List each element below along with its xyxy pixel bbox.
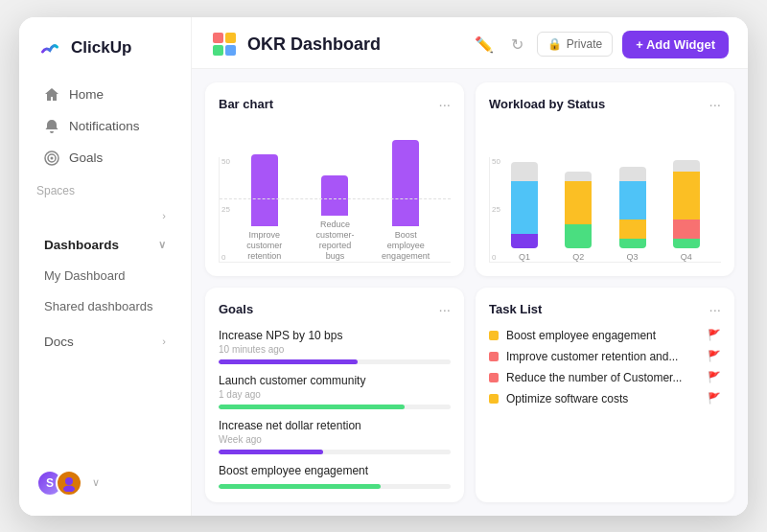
refresh-button[interactable]: ↻ bbox=[507, 32, 527, 58]
goals-widget: Goals ··· Increase NPS by 10 bps 10 minu… bbox=[205, 288, 464, 502]
workload-header: Workload by Status ··· bbox=[489, 96, 721, 112]
seg-q2-0 bbox=[565, 172, 592, 181]
avatar-user bbox=[56, 470, 82, 497]
y-axis-labels: 50 25 0 bbox=[221, 157, 230, 262]
task-dot-2 bbox=[489, 373, 499, 382]
bar-group-0: Improve customer retention bbox=[238, 154, 291, 261]
task-flag-0: 🚩 bbox=[708, 329, 721, 341]
docs-chevron: › bbox=[162, 335, 166, 347]
sidebar-item-docs[interactable]: Docs › bbox=[27, 327, 183, 357]
avatar-chevron: ∨ bbox=[92, 476, 100, 489]
task-item-1: Improve customer retention and... 🚩 bbox=[489, 350, 721, 363]
edit-button[interactable]: ✏️ bbox=[471, 32, 498, 58]
add-widget-button[interactable]: + Add Widget bbox=[622, 31, 729, 58]
task-list-title: Task List bbox=[489, 302, 542, 316]
seg-q4-3 bbox=[673, 239, 700, 248]
sidebar-item-spaces[interactable]: › bbox=[27, 202, 183, 229]
task-flag-3: 🚩 bbox=[708, 392, 721, 405]
goals-header: Goals ··· bbox=[219, 301, 451, 317]
bar-label-1: Reduce customer-reported bugs bbox=[309, 220, 361, 261]
sidebar-item-notifications[interactable]: Notifications bbox=[27, 111, 183, 142]
app-name: ClickUp bbox=[71, 38, 131, 58]
task-list-header: Task List ··· bbox=[489, 301, 721, 317]
seg-q1-0 bbox=[511, 162, 538, 181]
goals-menu[interactable]: ··· bbox=[438, 301, 451, 317]
task-list-menu[interactable]: ··· bbox=[709, 301, 721, 317]
bar-chart-widget: Bar chart ··· 50 25 0 Improve customer bbox=[205, 82, 464, 276]
stacked-q1: Q1 bbox=[511, 162, 538, 262]
stacked-label-q2: Q2 bbox=[572, 252, 584, 262]
bar-group-2: Boost employee engagement bbox=[380, 140, 432, 261]
bar-label-2: Boost employee engagement bbox=[380, 230, 432, 261]
task-dot-3 bbox=[489, 394, 499, 404]
dashboards-chevron: ∨ bbox=[158, 239, 166, 251]
seg-q3-1 bbox=[619, 181, 646, 220]
sidebar-item-shared-dashboards[interactable]: Shared dashboards bbox=[27, 291, 183, 321]
bar-chart-inner: 50 25 0 Improve customer retention Reduc… bbox=[219, 157, 451, 263]
task-name-0: Boost employee engagement bbox=[506, 329, 656, 342]
private-button[interactable]: 🔒 Private bbox=[537, 32, 613, 57]
goal-bar-track-1 bbox=[219, 405, 451, 409]
workload-chart-area: 50 25 0 Q1 bbox=[489, 120, 721, 263]
bar-chart-area: 50 25 0 Improve customer retention Reduc… bbox=[219, 120, 451, 263]
seg-q2-2 bbox=[565, 224, 592, 248]
topbar: OKR Dashboard ✏️ ↻ 🔒 Private + Add Widge… bbox=[192, 17, 748, 69]
stacked-q3: Q3 bbox=[619, 167, 646, 262]
workload-y-labels: 50 25 0 bbox=[492, 157, 500, 262]
lock-icon: 🔒 bbox=[547, 37, 562, 51]
main-area: OKR Dashboard ✏️ ↻ 🔒 Private + Add Widge… bbox=[192, 17, 748, 516]
stacked-label-q4: Q4 bbox=[681, 252, 692, 262]
goal-bar-fill-2 bbox=[219, 450, 323, 454]
bar-label-0: Improve customer retention bbox=[238, 230, 291, 261]
workload-widget: Workload by Status ··· 50 25 0 bbox=[476, 82, 734, 276]
svg-point-3 bbox=[51, 156, 54, 159]
seg-q4-0 bbox=[673, 160, 700, 172]
spaces-section: Spaces bbox=[19, 174, 191, 201]
topbar-actions: ✏️ ↻ 🔒 Private + Add Widget bbox=[471, 31, 729, 58]
sidebar-item-dashboards[interactable]: Dashboards ∨ bbox=[27, 230, 183, 260]
task-item-2: Reduce the number of Customer... 🚩 bbox=[489, 371, 721, 384]
goal-bar-track-3 bbox=[219, 484, 451, 489]
page-title: OKR Dashboard bbox=[247, 35, 461, 55]
stacked-q2: Q2 bbox=[565, 172, 592, 262]
stacked-label-q1: Q1 bbox=[519, 252, 530, 262]
clickup-logo-icon bbox=[36, 35, 63, 61]
task-name-3: Optimize software costs bbox=[506, 392, 628, 405]
svg-rect-9 bbox=[225, 45, 236, 56]
goal-bar-track-0 bbox=[219, 359, 451, 364]
goal-name-2: Increase net dollar retention bbox=[219, 419, 451, 432]
logo[interactable]: ClickUp bbox=[19, 17, 191, 75]
dashboard-grid: Bar chart ··· 50 25 0 Improve customer bbox=[192, 69, 748, 516]
sidebar-item-goals[interactable]: Goals bbox=[27, 143, 183, 173]
goal-name-0: Increase NPS by 10 bps bbox=[219, 329, 451, 342]
app-window: ClickUp Home Notifications Goals Spaces … bbox=[19, 17, 748, 516]
sidebar-item-home[interactable]: Home bbox=[27, 80, 183, 110]
stacked-label-q3: Q3 bbox=[627, 252, 639, 262]
goal-time-1: 1 day ago bbox=[219, 389, 451, 400]
workload-menu[interactable]: ··· bbox=[709, 96, 721, 112]
seg-q3-3 bbox=[619, 239, 646, 248]
task-item-3: Optimize software costs 🚩 bbox=[489, 392, 721, 405]
sidebar-item-my-dashboard[interactable]: My Dashboard bbox=[27, 261, 183, 290]
bell-icon bbox=[44, 119, 59, 134]
task-list: Boost employee engagement 🚩 Improve cust… bbox=[489, 329, 721, 405]
bar-chart-title: Bar chart bbox=[219, 97, 273, 111]
goal-bar-fill-1 bbox=[219, 405, 405, 409]
stacked-bar-q1 bbox=[511, 162, 538, 248]
sidebar-bottom: S ∨ bbox=[19, 462, 191, 504]
task-flag-2: 🚩 bbox=[708, 371, 721, 383]
stacked-q4: Q4 bbox=[673, 160, 700, 262]
svg-point-4 bbox=[65, 477, 73, 485]
target-icon bbox=[44, 150, 59, 166]
bar-0 bbox=[251, 154, 278, 226]
goal-bar-track-2 bbox=[219, 450, 451, 454]
seg-q1-1 bbox=[511, 181, 538, 234]
dashboard-icon bbox=[211, 31, 238, 58]
task-name-1: Improve customer retention and... bbox=[506, 350, 678, 363]
bar-chart-menu[interactable]: ··· bbox=[438, 96, 451, 112]
goal-name-1: Launch customer community bbox=[219, 374, 451, 387]
avatar-group[interactable]: S bbox=[36, 470, 82, 497]
dashed-line bbox=[220, 198, 451, 199]
goal-item-2: Increase net dollar retention Week ago bbox=[219, 419, 451, 454]
seg-q4-2 bbox=[673, 220, 700, 239]
